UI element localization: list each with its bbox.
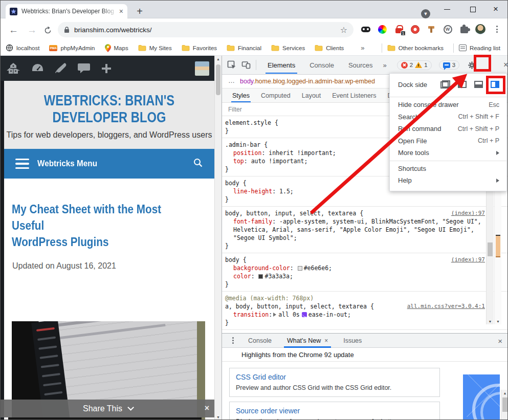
scroll-down-arrow-icon[interactable]: ▼ xyxy=(216,415,220,419)
wp-user-avatar[interactable] xyxy=(195,61,209,76)
bookmark-folder-my-sites[interactable]: My Sites xyxy=(138,45,172,51)
issues-badge[interactable]: 3 xyxy=(439,60,459,70)
wp-comments-icon[interactable] xyxy=(77,62,91,74)
drawer-tab-console[interactable]: Console xyxy=(247,334,273,347)
devtools-tab-sources[interactable]: Sources xyxy=(346,57,375,73)
bookmark-folder-services[interactable]: Services xyxy=(271,45,305,51)
subtab-computed[interactable]: Computed xyxy=(260,89,292,102)
bookmark-phpmyadmin[interactable]: PMA phpMyAdmin xyxy=(49,45,95,51)
menu-item-shortcuts[interactable]: Shortcuts xyxy=(390,163,506,175)
scrollbar-thumb[interactable] xyxy=(488,242,493,256)
window-minimize-button[interactable] xyxy=(439,3,455,16)
share-this-bar[interactable]: Share This × xyxy=(1,400,214,417)
address-bar[interactable]: brianshim.com/webtricks/ ☆ xyxy=(58,22,354,37)
profile-avatar[interactable] xyxy=(475,24,485,34)
scroll-down-arrow-icon[interactable]: ▼ xyxy=(496,320,500,323)
scrollbar-thumb[interactable] xyxy=(216,64,220,95)
scroll-up-arrow-icon[interactable]: ▲ xyxy=(216,57,220,61)
reading-list-button[interactable]: Reading list xyxy=(459,45,500,51)
css-rule-body-colors[interactable]: (index):97 body { background-color: #e6e… xyxy=(222,253,508,292)
whats-new-card-css-grid[interactable]: CSS Grid editor Preview and author CSS G… xyxy=(229,368,440,397)
bookmarks-overflow-chevron[interactable]: » xyxy=(361,44,364,52)
menu-item-hide-console-drawer[interactable]: Hide console drawerEsc xyxy=(390,99,506,111)
devtools-tab-elements[interactable]: Elements xyxy=(266,57,297,73)
css-source-link[interactable]: all.min.css?ver=3.0.4:1 xyxy=(407,302,485,311)
browser-tab[interactable]: Webtricks: Brian's Developer Blog × xyxy=(6,4,127,18)
mask-extension-icon[interactable] xyxy=(361,24,371,34)
device-toolbar-icon[interactable] xyxy=(241,60,251,70)
scroll-up-arrow-icon[interactable]: ▲ xyxy=(503,391,507,395)
devtools-tab-console[interactable]: Console xyxy=(307,57,336,73)
css-rule-fontfamily[interactable]: (index):97 body, button, input, select, … xyxy=(222,207,508,253)
menu-item-search[interactable]: SearchCtrl + Shift + F xyxy=(390,111,506,123)
lock-icon[interactable] xyxy=(64,27,70,33)
css-source-link[interactable]: (index):97 xyxy=(451,209,485,217)
scrollbar-thumb[interactable] xyxy=(502,397,507,412)
card-title-link[interactable]: Source order viewer xyxy=(236,407,433,415)
bookmark-folder-financial[interactable]: Financial xyxy=(227,45,261,51)
browser-menu-icon[interactable] xyxy=(492,24,502,34)
dock-bottom-icon[interactable] xyxy=(474,81,483,88)
article-title[interactable]: My Cheat Sheet with the Most Useful Word… xyxy=(12,201,196,250)
site-search-icon[interactable] xyxy=(193,158,203,170)
inspect-element-icon[interactable] xyxy=(227,60,236,70)
url-text[interactable]: brianshim.com/webtricks/ xyxy=(74,26,340,34)
hammer-extension-icon[interactable] xyxy=(426,24,436,34)
menu-item-open-file[interactable]: Open FileCtrl + P xyxy=(390,135,506,147)
css-source-link[interactable]: (index):97 xyxy=(451,256,485,264)
subtab-styles[interactable]: Styles xyxy=(231,89,251,102)
menu-item-help[interactable]: Help xyxy=(390,174,506,187)
errors-warnings-badge[interactable]: 2 1 xyxy=(397,60,432,70)
bookmark-folder-favorites[interactable]: Favorites xyxy=(182,45,217,51)
cubic-bezier-icon[interactable] xyxy=(302,312,307,317)
extensions-puzzle-icon[interactable] xyxy=(459,24,469,34)
subtab-event-listeners[interactable]: Event Listeners xyxy=(331,89,377,102)
drawer-close-icon[interactable]: × xyxy=(498,337,502,345)
wp-my-sites-icon[interactable] xyxy=(6,62,21,75)
chevron-down-icon[interactable] xyxy=(127,404,134,411)
site-title[interactable]: WEBTRICKS: BRIAN'S DEVELOPER BLOG xyxy=(23,92,195,126)
scroll-down-arrow-icon[interactable]: ▼ xyxy=(489,320,492,323)
drawer-menu-icon[interactable] xyxy=(232,337,234,344)
bookmark-maps[interactable]: Maps xyxy=(105,44,128,52)
css-rule-media-transition[interactable]: @media (max-width: 768px) all.min.css?ve… xyxy=(222,292,508,330)
menu-item-more-tools[interactable]: More tools xyxy=(390,147,506,159)
breadcrumb[interactable]: body.home.blog.logged-in.admin-bar.wp-em… xyxy=(240,78,375,85)
new-tab-button[interactable]: + xyxy=(134,5,146,17)
wp-new-plus-icon[interactable] xyxy=(100,62,113,75)
back-button[interactable]: ← xyxy=(9,25,18,35)
breadcrumb-ellipsis[interactable]: … xyxy=(228,77,235,84)
camera-extension-icon[interactable] xyxy=(410,24,420,34)
drawer-tab-whats-new[interactable]: What's New× xyxy=(286,334,329,347)
subtab-layout[interactable]: Layout xyxy=(301,89,322,102)
color-wheel-extension-icon[interactable] xyxy=(377,24,387,34)
wp-customize-brush-icon[interactable] xyxy=(54,62,68,75)
other-bookmarks[interactable]: Other bookmarks xyxy=(387,45,444,51)
bookmark-star-icon[interactable]: ☆ xyxy=(340,25,347,35)
window-maximize-button[interactable] xyxy=(465,3,480,16)
menu-label[interactable]: Webtricks Menu xyxy=(37,159,97,169)
tab-close-icon[interactable]: × xyxy=(324,337,328,344)
scrollbar-thumb-highlight[interactable] xyxy=(496,235,500,257)
card-title-link[interactable]: CSS Grid editor xyxy=(236,373,433,381)
bookmark-folder-clients[interactable]: Clients xyxy=(315,45,344,51)
forward-button[interactable]: → xyxy=(27,25,37,35)
drawer-scrollbar[interactable]: ▲ ▼ xyxy=(501,390,508,420)
tab-close-icon[interactable]: × xyxy=(119,8,123,15)
reload-button[interactable] xyxy=(43,26,52,36)
chrome-update-icon[interactable]: ▼ xyxy=(421,9,430,18)
wave-extension-icon[interactable]: W xyxy=(443,24,453,34)
window-close-button[interactable]: × xyxy=(488,3,503,16)
share-close-icon[interactable]: × xyxy=(205,404,209,413)
more-tabs-chevron[interactable]: » xyxy=(383,61,387,69)
drawer-tab-issues[interactable]: Issues xyxy=(342,334,363,347)
site-menu-bar[interactable]: Webtricks Menu xyxy=(4,149,214,179)
filter-input[interactable]: Filter xyxy=(228,106,242,113)
bookmark-localhost[interactable]: localhost xyxy=(6,44,39,52)
wp-dashboard-icon[interactable] xyxy=(31,62,45,75)
page-scrollbar[interactable]: ▲ ▼ xyxy=(214,56,222,420)
hamburger-icon[interactable] xyxy=(15,159,29,169)
share-this-label[interactable]: Share This xyxy=(83,404,122,413)
whats-new-card-source-order[interactable]: Source order viewer Display the order of… xyxy=(229,402,440,420)
devtools-close-icon[interactable]: × xyxy=(503,60,508,70)
